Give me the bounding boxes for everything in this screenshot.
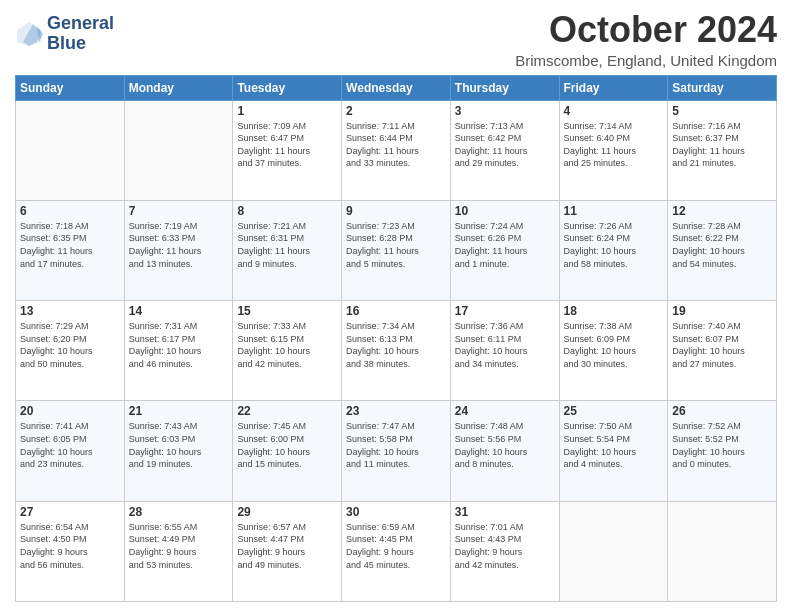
table-row: 10Sunrise: 7:24 AMSunset: 6:26 PMDayligh… bbox=[450, 200, 559, 300]
day-number: 30 bbox=[346, 505, 446, 519]
day-info: Sunrise: 7:23 AMSunset: 6:28 PMDaylight:… bbox=[346, 220, 446, 270]
day-info: Sunrise: 7:26 AMSunset: 6:24 PMDaylight:… bbox=[564, 220, 664, 270]
day-info: Sunrise: 7:40 AMSunset: 6:07 PMDaylight:… bbox=[672, 320, 772, 370]
table-row: 19Sunrise: 7:40 AMSunset: 6:07 PMDayligh… bbox=[668, 301, 777, 401]
table-row: 17Sunrise: 7:36 AMSunset: 6:11 PMDayligh… bbox=[450, 301, 559, 401]
day-number: 11 bbox=[564, 204, 664, 218]
day-number: 3 bbox=[455, 104, 555, 118]
week-row-1: 6Sunrise: 7:18 AMSunset: 6:35 PMDaylight… bbox=[16, 200, 777, 300]
day-number: 9 bbox=[346, 204, 446, 218]
day-number: 28 bbox=[129, 505, 229, 519]
table-row bbox=[559, 501, 668, 601]
day-number: 22 bbox=[237, 404, 337, 418]
logo-icon bbox=[15, 20, 43, 48]
day-number: 18 bbox=[564, 304, 664, 318]
logo-line1: General bbox=[47, 14, 114, 34]
day-info: Sunrise: 7:14 AMSunset: 6:40 PMDaylight:… bbox=[564, 120, 664, 170]
day-info: Sunrise: 7:41 AMSunset: 6:05 PMDaylight:… bbox=[20, 420, 120, 470]
day-info: Sunrise: 6:57 AMSunset: 4:47 PMDaylight:… bbox=[237, 521, 337, 571]
day-number: 6 bbox=[20, 204, 120, 218]
table-row: 21Sunrise: 7:43 AMSunset: 6:03 PMDayligh… bbox=[124, 401, 233, 501]
day-number: 21 bbox=[129, 404, 229, 418]
week-row-4: 27Sunrise: 6:54 AMSunset: 4:50 PMDayligh… bbox=[16, 501, 777, 601]
table-row: 30Sunrise: 6:59 AMSunset: 4:45 PMDayligh… bbox=[342, 501, 451, 601]
month-title: October 2024 bbox=[515, 10, 777, 50]
table-row: 1Sunrise: 7:09 AMSunset: 6:47 PMDaylight… bbox=[233, 100, 342, 200]
table-row: 26Sunrise: 7:52 AMSunset: 5:52 PMDayligh… bbox=[668, 401, 777, 501]
day-number: 10 bbox=[455, 204, 555, 218]
day-number: 7 bbox=[129, 204, 229, 218]
day-info: Sunrise: 7:36 AMSunset: 6:11 PMDaylight:… bbox=[455, 320, 555, 370]
table-row: 8Sunrise: 7:21 AMSunset: 6:31 PMDaylight… bbox=[233, 200, 342, 300]
table-row: 22Sunrise: 7:45 AMSunset: 6:00 PMDayligh… bbox=[233, 401, 342, 501]
table-row: 18Sunrise: 7:38 AMSunset: 6:09 PMDayligh… bbox=[559, 301, 668, 401]
day-info: Sunrise: 6:55 AMSunset: 4:49 PMDaylight:… bbox=[129, 521, 229, 571]
day-number: 2 bbox=[346, 104, 446, 118]
table-row: 29Sunrise: 6:57 AMSunset: 4:47 PMDayligh… bbox=[233, 501, 342, 601]
table-row: 7Sunrise: 7:19 AMSunset: 6:33 PMDaylight… bbox=[124, 200, 233, 300]
table-row bbox=[668, 501, 777, 601]
day-info: Sunrise: 7:28 AMSunset: 6:22 PMDaylight:… bbox=[672, 220, 772, 270]
day-number: 24 bbox=[455, 404, 555, 418]
table-row: 15Sunrise: 7:33 AMSunset: 6:15 PMDayligh… bbox=[233, 301, 342, 401]
day-number: 31 bbox=[455, 505, 555, 519]
day-number: 4 bbox=[564, 104, 664, 118]
day-info: Sunrise: 7:18 AMSunset: 6:35 PMDaylight:… bbox=[20, 220, 120, 270]
day-number: 1 bbox=[237, 104, 337, 118]
day-number: 13 bbox=[20, 304, 120, 318]
table-row: 28Sunrise: 6:55 AMSunset: 4:49 PMDayligh… bbox=[124, 501, 233, 601]
day-number: 8 bbox=[237, 204, 337, 218]
day-info: Sunrise: 7:29 AMSunset: 6:20 PMDaylight:… bbox=[20, 320, 120, 370]
day-info: Sunrise: 7:31 AMSunset: 6:17 PMDaylight:… bbox=[129, 320, 229, 370]
week-row-3: 20Sunrise: 7:41 AMSunset: 6:05 PMDayligh… bbox=[16, 401, 777, 501]
day-info: Sunrise: 7:01 AMSunset: 4:43 PMDaylight:… bbox=[455, 521, 555, 571]
table-row: 16Sunrise: 7:34 AMSunset: 6:13 PMDayligh… bbox=[342, 301, 451, 401]
table-row: 27Sunrise: 6:54 AMSunset: 4:50 PMDayligh… bbox=[16, 501, 125, 601]
week-row-0: 1Sunrise: 7:09 AMSunset: 6:47 PMDaylight… bbox=[16, 100, 777, 200]
day-number: 5 bbox=[672, 104, 772, 118]
day-info: Sunrise: 7:38 AMSunset: 6:09 PMDaylight:… bbox=[564, 320, 664, 370]
col-monday: Monday bbox=[124, 75, 233, 100]
day-number: 20 bbox=[20, 404, 120, 418]
day-info: Sunrise: 7:24 AMSunset: 6:26 PMDaylight:… bbox=[455, 220, 555, 270]
location: Brimscombe, England, United Kingdom bbox=[515, 52, 777, 69]
day-info: Sunrise: 7:47 AMSunset: 5:58 PMDaylight:… bbox=[346, 420, 446, 470]
header-row: Sunday Monday Tuesday Wednesday Thursday… bbox=[16, 75, 777, 100]
logo-text: General Blue bbox=[47, 14, 114, 54]
day-number: 26 bbox=[672, 404, 772, 418]
table-row: 5Sunrise: 7:16 AMSunset: 6:37 PMDaylight… bbox=[668, 100, 777, 200]
calendar-table: Sunday Monday Tuesday Wednesday Thursday… bbox=[15, 75, 777, 602]
logo: General Blue bbox=[15, 14, 114, 54]
table-row: 13Sunrise: 7:29 AMSunset: 6:20 PMDayligh… bbox=[16, 301, 125, 401]
day-info: Sunrise: 7:48 AMSunset: 5:56 PMDaylight:… bbox=[455, 420, 555, 470]
col-friday: Friday bbox=[559, 75, 668, 100]
day-info: Sunrise: 7:19 AMSunset: 6:33 PMDaylight:… bbox=[129, 220, 229, 270]
day-info: Sunrise: 7:09 AMSunset: 6:47 PMDaylight:… bbox=[237, 120, 337, 170]
header: General Blue October 2024 Brimscombe, En… bbox=[15, 10, 777, 69]
day-number: 29 bbox=[237, 505, 337, 519]
day-info: Sunrise: 7:21 AMSunset: 6:31 PMDaylight:… bbox=[237, 220, 337, 270]
table-row: 9Sunrise: 7:23 AMSunset: 6:28 PMDaylight… bbox=[342, 200, 451, 300]
logo-line2: Blue bbox=[47, 34, 114, 54]
week-row-2: 13Sunrise: 7:29 AMSunset: 6:20 PMDayligh… bbox=[16, 301, 777, 401]
col-thursday: Thursday bbox=[450, 75, 559, 100]
day-number: 17 bbox=[455, 304, 555, 318]
day-info: Sunrise: 6:59 AMSunset: 4:45 PMDaylight:… bbox=[346, 521, 446, 571]
day-info: Sunrise: 6:54 AMSunset: 4:50 PMDaylight:… bbox=[20, 521, 120, 571]
table-row bbox=[16, 100, 125, 200]
col-tuesday: Tuesday bbox=[233, 75, 342, 100]
day-info: Sunrise: 7:45 AMSunset: 6:00 PMDaylight:… bbox=[237, 420, 337, 470]
day-number: 25 bbox=[564, 404, 664, 418]
day-number: 15 bbox=[237, 304, 337, 318]
day-info: Sunrise: 7:43 AMSunset: 6:03 PMDaylight:… bbox=[129, 420, 229, 470]
day-number: 14 bbox=[129, 304, 229, 318]
day-number: 12 bbox=[672, 204, 772, 218]
day-number: 27 bbox=[20, 505, 120, 519]
table-row: 3Sunrise: 7:13 AMSunset: 6:42 PMDaylight… bbox=[450, 100, 559, 200]
day-number: 16 bbox=[346, 304, 446, 318]
table-row: 2Sunrise: 7:11 AMSunset: 6:44 PMDaylight… bbox=[342, 100, 451, 200]
col-wednesday: Wednesday bbox=[342, 75, 451, 100]
day-number: 23 bbox=[346, 404, 446, 418]
title-block: October 2024 Brimscombe, England, United… bbox=[515, 10, 777, 69]
col-saturday: Saturday bbox=[668, 75, 777, 100]
